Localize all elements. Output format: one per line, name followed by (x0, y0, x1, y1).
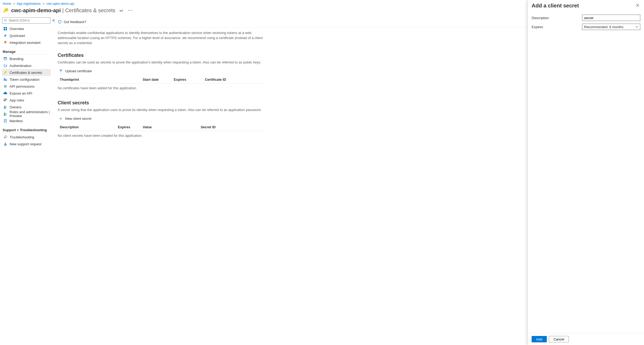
nav-label: App roles (10, 98, 24, 102)
new-client-secret-label: New client secret (65, 117, 91, 121)
key-icon (3, 7, 9, 13)
svg-point-23 (4, 113, 5, 114)
upload-certificate-label: Upload certificate (65, 69, 92, 73)
sidebar-item-manifest[interactable]: Manifest (2, 117, 51, 124)
svg-rect-11 (4, 58, 7, 58)
sidebar-item-overview[interactable]: Overview (2, 25, 51, 32)
nav-label: Branding (10, 57, 23, 61)
pin-button[interactable] (118, 7, 124, 14)
col-secret-id: Secret ID (198, 123, 265, 131)
roles-icon (3, 98, 7, 102)
sidebar-item-branding[interactable]: Branding (2, 55, 51, 62)
search-input[interactable] (9, 19, 49, 22)
sidebar-item-token-configuration[interactable]: Token configuration (2, 76, 51, 83)
svg-point-0 (128, 10, 129, 11)
nav-label: API permissions (10, 84, 35, 88)
svg-rect-7 (4, 29, 5, 30)
nav-label: Quickstart (10, 34, 25, 38)
nav-label: Overview (10, 27, 24, 31)
col-secret-description: Description (58, 123, 116, 131)
sidebar-item-owners[interactable]: Owners (2, 104, 51, 110)
upload-icon (59, 69, 63, 73)
sidebar-item-troubleshooting[interactable]: Troubleshooting (2, 134, 51, 140)
sidebar-item-api-permissions[interactable]: API permissions (2, 83, 51, 90)
sidebar-item-authentication[interactable]: Authentication (2, 62, 51, 69)
expires-select[interactable]: Recommended: 6 months (582, 24, 640, 30)
svg-rect-13 (5, 79, 6, 81)
client-secrets-table: Description Expires Value Secret ID (58, 123, 265, 131)
search-icon (4, 19, 7, 22)
expires-label: Expires (532, 25, 579, 29)
expires-value: Recommended: 6 months (584, 25, 624, 29)
rocket-icon (3, 40, 7, 45)
svg-point-21 (4, 106, 5, 107)
svg-point-29 (5, 143, 6, 144)
breadcrumb-home[interactable]: Home (3, 2, 11, 6)
chevron-down-icon (635, 25, 638, 28)
nav-label: Manifest (10, 119, 23, 123)
panel-title: Add a client secret (532, 3, 579, 9)
heart-icon (58, 20, 62, 24)
nav-group-support: Support + Troubleshooting (2, 126, 51, 133)
col-secret-value: Value (141, 123, 198, 131)
trouble-icon (3, 135, 7, 139)
description-input[interactable] (582, 15, 640, 21)
svg-rect-14 (6, 79, 7, 81)
svg-rect-5 (4, 27, 5, 28)
nav-label: New support request (10, 142, 41, 146)
new-client-secret-button[interactable]: New client secret (58, 116, 92, 122)
feedback-link[interactable]: Got feedback? (64, 20, 86, 24)
svg-rect-12 (4, 78, 5, 81)
sidebar-item-quickstart[interactable]: Quickstart (2, 32, 51, 39)
key-icon (3, 70, 7, 75)
sidebar-item-integration-assistant[interactable]: Integration assistant (2, 39, 51, 46)
sidebar-item-expose-an-api[interactable]: Expose an API (2, 90, 51, 97)
svg-point-1 (130, 10, 131, 11)
sidebar: OverviewQuickstartIntegration assistant … (0, 17, 52, 345)
svg-point-9 (5, 42, 6, 42)
col-secret-expires: Expires (116, 123, 141, 131)
col-cert-expires: Expires (172, 76, 203, 83)
admins-icon (3, 112, 7, 116)
upload-certificate-button[interactable]: Upload certificate (58, 68, 93, 74)
nav-label: Token configuration (10, 78, 40, 82)
svg-rect-16 (4, 99, 5, 100)
search-box[interactable] (2, 17, 50, 24)
nav-label: Roles and administrators | Preview (10, 110, 50, 118)
nav-label: Certificates & secrets (10, 71, 42, 75)
col-certificate-id: Certificate ID (203, 76, 265, 83)
nav-label: Expose an API (10, 91, 32, 95)
svg-rect-19 (4, 100, 5, 101)
nav-label: Owners (10, 105, 22, 109)
panel-close-button[interactable] (635, 3, 640, 8)
owners-icon (3, 105, 7, 109)
more-button[interactable] (127, 7, 133, 14)
add-button[interactable]: Add (532, 336, 547, 342)
svg-line-4 (6, 21, 7, 22)
breadcrumb-current[interactable]: cwc-apim-demo-api (46, 2, 74, 6)
cancel-button[interactable]: Cancel (549, 336, 569, 342)
svg-point-3 (5, 19, 6, 21)
api-perm-icon (3, 84, 7, 88)
svg-point-24 (6, 113, 7, 114)
add-client-secret-panel: Add a client secret Description Expires … (528, 0, 644, 345)
description-label: Description (532, 16, 579, 20)
nav-label: Authentication (10, 64, 31, 68)
token-icon (3, 77, 7, 82)
credentials-description: Credentials enable confidential applicat… (58, 27, 265, 49)
sidebar-item-roles-and-administrators-preview[interactable]: Roles and administrators | Preview (2, 110, 51, 117)
certificates-table: Thumbprint Start date Expires Certificat… (58, 76, 265, 83)
manifest-icon (3, 119, 7, 123)
breadcrumb-app-registrations[interactable]: App registrations (17, 2, 41, 6)
sidebar-item-new-support-request[interactable]: New support request (2, 140, 51, 147)
auth-icon (3, 63, 7, 68)
col-start-date: Start date (141, 76, 172, 83)
svg-rect-17 (5, 99, 6, 100)
expose-icon (3, 91, 7, 95)
sidebar-item-app-roles[interactable]: App roles (2, 97, 51, 104)
page-title-section: Certificates & secrets (65, 7, 115, 13)
nav-group-manage: Manage (2, 48, 51, 55)
col-thumbprint: Thumbprint (58, 76, 141, 83)
svg-rect-8 (6, 29, 7, 30)
sidebar-item-certificates-secrets[interactable]: Certificates & secrets (2, 69, 51, 76)
